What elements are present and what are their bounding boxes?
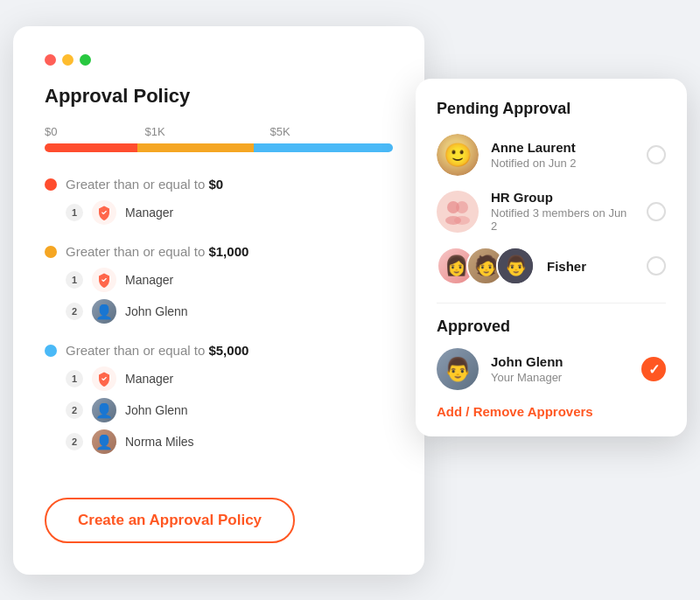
avatar-john-2: 👤 [92,398,116,422]
tier-1000-header: Greater than or equal to $1,000 [45,244,393,259]
price-labels: $0 $1K $5K [45,125,393,138]
pending-card: Pending Approval 🙂 Anne Laurent Notified… [416,79,687,436]
group-avatar-3: 👨 [496,247,535,285]
tier-1000-label: Greater than or equal to $1,000 [66,244,248,259]
price-label-5k: $5K [270,125,290,138]
approver-row-john2: 2 👤 John Glenn [66,398,393,422]
pending-name-anne: Anne Laurent [491,140,634,155]
price-label-0: $0 [45,125,57,138]
avatar-anne: 🙂 [437,134,479,176]
approver-name-john2: John Glenn [125,403,188,417]
pending-title: Pending Approval [437,100,666,118]
approver-row: 1 Manager [66,268,393,292]
approver-row: 1 Manager [66,200,393,225]
radio-hr[interactable] [647,202,666,221]
bar-orange [137,143,254,152]
fisher-group-row: 👩 🧑 👨 Fisher [437,247,666,285]
dot-minimize[interactable] [62,54,74,66]
tier-0-label: Greater than or equal to $0 [66,177,223,192]
approver-name-manager: Manager [125,372,173,386]
tier-0-approvers: 1 Manager [66,200,393,225]
check-icon: ✓ [648,361,660,378]
tier-5000-approvers: 1 Manager 2 👤 John Glenn [66,366,393,454]
fisher-name: Fisher [547,259,641,274]
window-dots [45,54,393,66]
shield-icon [92,366,116,391]
main-card: Approval Policy $0 $1K $5K Greater than … [13,26,424,575]
approver-name: Manager [125,273,173,287]
approver-num: 1 [66,271,83,289]
tier-1000-amount: $1,000 [208,244,248,259]
add-remove-approvers-link[interactable]: Add / Remove Approvers [437,404,666,419]
approver-name: Manager [125,206,173,220]
approved-checkmark: ✓ [641,357,666,381]
bar-red [45,143,137,152]
scene: Approval Policy $0 $1K $5K Greater than … [0,0,700,600]
avatar-norma: 👤 [92,429,116,454]
approved-info-john: John Glenn Your Manager [491,354,629,384]
create-approval-button[interactable]: Create an Approval Policy [45,498,295,543]
tier-5000-header: Greater than or equal to $5,000 [45,343,393,358]
tier-1000: Greater than or equal to $1,000 1 Manage… [45,244,393,324]
tier-5000-label: Greater than or equal to $5,000 [66,343,248,358]
tier-5000: Greater than or equal to $5,000 1 Manage… [45,343,393,454]
tier-5000-dot [45,345,57,357]
approved-sub-john: Your Manager [491,371,629,384]
svg-point-1 [456,201,468,213]
pending-sub-anne: Notified on Jun 2 [491,157,634,170]
price-label-1k: $1K [144,125,164,138]
approver-row-john: 2 👤 John Glenn [66,299,393,324]
tier-0-amount: $0 [208,177,223,192]
approver-row-norma: 2 👤 Norma Miles [66,429,393,454]
pending-sub-hr: Notified 3 members on Jun 2 [491,206,634,233]
approved-name-john: John Glenn [491,354,629,369]
pending-info-hr: HR Group Notified 3 members on Jun 2 [491,190,634,233]
pending-name-hr: HR Group [491,190,634,205]
tier-5000-amount: $5,000 [208,343,248,358]
approver-name-norma: Norma Miles [125,435,194,449]
approver-num-2c: 2 [66,433,83,450]
bar-blue [254,143,393,152]
approver-num-2b: 2 [66,401,83,419]
tier-1000-approvers: 1 Manager 2 👤 John Glenn [66,268,393,324]
svg-point-3 [454,216,470,225]
pending-person-anne: 🙂 Anne Laurent Notified on Jun 2 [437,134,666,176]
approver-num-2: 2 [66,303,83,320]
approver-num: 1 [66,370,83,387]
approver-row-manager: 1 Manager [66,366,393,391]
range-bar [45,143,393,152]
dot-maximize[interactable] [80,54,91,66]
approver-num: 1 [66,204,83,221]
tier-0-header: Greater than or equal to $0 [45,177,393,192]
pending-info-anne: Anne Laurent Notified on Jun 2 [491,140,634,170]
avatar-john: 👤 [92,299,116,324]
group-avatars: 👩 🧑 👨 [437,247,535,285]
shield-icon [92,268,116,292]
tier-0: Greater than or equal to $0 1 Manager [45,177,393,225]
avatar-hr [437,191,479,233]
tier-1000-dot [45,246,57,258]
avatar-john-approved: 👨 [437,348,479,390]
shield-icon [92,200,116,225]
radio-anne[interactable] [647,145,666,164]
approved-person-john: 👨 John Glenn Your Manager ✓ [437,348,666,390]
approver-name-john: John Glenn [125,304,188,318]
approved-title: Approved [437,317,666,336]
tier-0-dot [45,178,57,191]
radio-fisher[interactable] [647,256,666,276]
pending-person-hr: HR Group Notified 3 members on Jun 2 [437,190,666,233]
dot-close[interactable] [45,54,56,66]
card-title: Approval Policy [45,85,393,108]
section-divider [437,303,666,303]
